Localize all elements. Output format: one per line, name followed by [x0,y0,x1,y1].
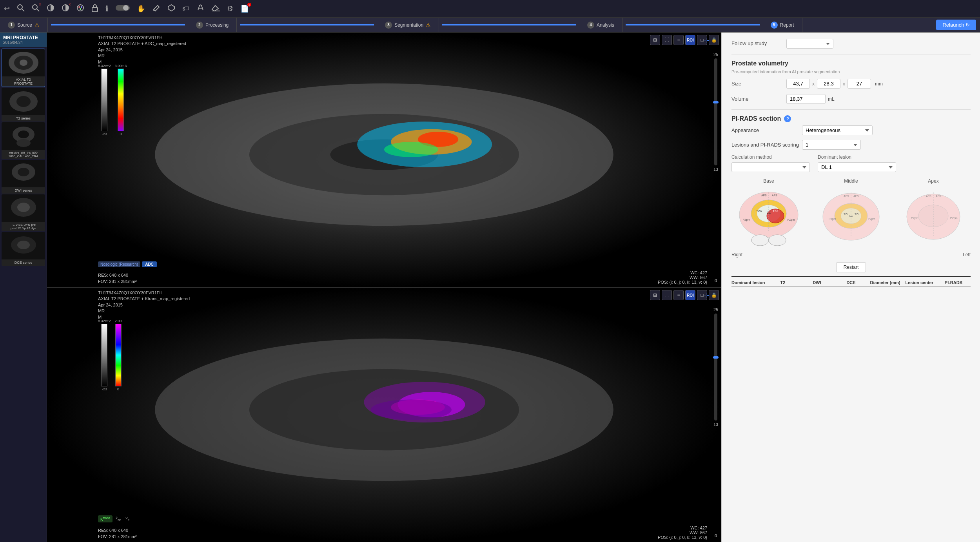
slider-thumb-bottom[interactable] [713,356,719,359]
pirads-section: PI-RADS section ? Appearance Heterogeneo… [731,115,971,287]
step-1[interactable]: 1 Source ⚠ [0,18,48,32]
ve-badge[interactable]: Ve [124,515,131,522]
toggle-icon[interactable] [116,4,130,14]
kap-badge[interactable]: kap [114,515,122,522]
contrast-icon[interactable] [47,4,54,14]
pos-top: POS: {i: 0, j: 0, k: 13, v: 0} [658,280,707,285]
step-4-num: 4 [587,22,594,29]
ktrans-badge[interactable]: Ktrans [98,515,113,522]
settings-icon[interactable]: ⚙ [227,4,233,13]
erase-icon[interactable] [211,4,220,14]
adc-badge[interactable]: ADC [142,261,157,267]
size-input-1[interactable] [786,79,810,89]
wc-bottom: WC: 427 [658,526,707,530]
step-3[interactable]: 3 Segmentation ⚠ [377,18,439,32]
list-icon[interactable]: ≡ [673,35,684,45]
volume-input[interactable] [786,94,826,104]
res-top: RES: 640 x 640 [98,272,137,278]
series-item-t2series[interactable]: T2 series [2,88,45,121]
series-item-dce[interactable]: DCE series [2,232,45,266]
nosologic-badge: Nosologic (Research) [98,261,140,267]
svg-point-31 [17,203,30,212]
svg-point-12 [123,5,129,11]
step-1-progress [51,24,185,25]
step-3-num: 3 [385,22,392,29]
series-item-dwi[interactable]: DWI series [2,160,45,194]
pirads-title: PI-RADS section ? [731,115,971,122]
size-row: Size x x mm [731,79,971,89]
roi-button[interactable]: ROI [685,35,695,45]
search-icon[interactable] [17,4,25,14]
follow-up-select[interactable]: Option 1 [786,39,833,49]
brightness-x-icon[interactable]: × [62,4,69,14]
undo-icon[interactable]: ↩ [4,4,10,13]
expand-icon[interactable]: ⊞ [650,35,660,45]
dominant-lesion-select[interactable]: DL 1 DL 2 [818,162,896,172]
diagram-middle: Middle TZa TZa CZ PZpm PZpm AFS AFS [817,178,886,248]
lock2-icon-b[interactable]: 🔒 [709,290,719,300]
svg-text:AFS: AFS [853,195,859,198]
step-2[interactable]: 2 Processing [188,18,237,32]
edit-icon[interactable] [152,4,160,14]
colorbar-heat-top-label: 3.00e-3 [115,64,127,68]
stepbar: 1 Source ⚠ 2 Processing 3 Segmentation ⚠… [0,18,980,33]
lock2-icon[interactable]: 🔒 [709,35,719,45]
zoom-x-icon[interactable]: × [32,4,40,14]
svg-point-25 [16,139,31,147]
size-input-2[interactable] [817,79,840,89]
slider-thumb-top[interactable] [713,101,719,103]
lock-icon[interactable] [91,4,98,14]
mri-image-bottom: ⊞ ⛶ ≡ ROI □ 🔒 8.32e+2 -23 2.00 [47,288,721,542]
sphere-icon[interactable] [167,4,175,14]
pen-icon[interactable] [196,4,204,14]
svg-point-0 [18,5,22,9]
colorbar-heatmap-top: 3.00e-3 0 [115,64,127,136]
sidebar-series: AXIAL T2PROSTATE T2 series [0,47,47,267]
relaunch-button[interactable]: Relaunch ↻ [936,20,976,30]
svg-text:PZpm: PZpm [829,218,836,221]
palette-icon[interactable] [76,4,84,14]
svg-text:AFS: AFS [844,195,849,198]
lesions-select[interactable]: 1 2 3 [802,140,861,150]
svg-point-59 [751,235,769,246]
list-icon-b[interactable]: ≡ [673,290,684,300]
volume-label: Volume [731,96,786,102]
calc-method-select[interactable] [731,162,810,172]
series-item-diff[interactable]: resolve_diff_tra_b501000_CAL1400_TRA [2,122,45,159]
svg-text:PZpm: PZpm [911,217,918,220]
series-item-t2[interactable]: AXIAL T2PROSTATE [2,49,45,87]
hand-icon[interactable]: ✋ [137,4,145,13]
step-5[interactable]: 5 Report [763,18,802,32]
slider-track-bottom[interactable] [714,314,717,421]
step-4[interactable]: 4 Analysis [579,18,622,32]
ml-label: mL [828,96,835,102]
tag-icon[interactable]: 🏷 [182,5,189,13]
file-badge-icon[interactable]: 📄1 [240,4,249,13]
square-icon[interactable]: □ [697,35,707,45]
slider-bottom[interactable]: 25 13 0 [712,307,720,538]
colorbar-top-label: 8.32e+2 [98,64,111,68]
size-x-2: x [843,81,845,87]
calc-method-col: Calculation method [731,154,810,172]
size-input-3[interactable] [848,79,871,89]
expand-icon-b[interactable]: ⊞ [650,290,660,300]
size-x-1: x [812,81,815,87]
fullscreen-icon[interactable]: ⛶ [662,35,672,45]
fullscreen-icon-b[interactable]: ⛶ [662,290,672,300]
restart-button[interactable]: Restart [836,262,866,272]
pirads-info-icon[interactable]: ? [784,115,791,122]
appearance-select[interactable]: Heterogeneous Homogeneous [802,125,873,135]
step-2-label: Processing [205,22,229,28]
slice-top-min: 0 [715,278,717,283]
diagram-base: Base [735,178,803,248]
roi-button-b[interactable]: ROI [685,290,695,300]
slider-top[interactable]: 25 13 0 [712,52,720,283]
slider-track-top[interactable] [714,58,717,165]
info-icon[interactable]: ℹ [105,4,109,13]
square-icon-b[interactable]: □ [697,290,707,300]
svg-point-7 [78,6,80,8]
results-table-header: Dominant lesion T2 DWI DCE Diameter (mm)… [731,276,971,287]
colorbar-top-label-b: 8.32e+2 [98,319,111,323]
series-thumb-dwi [2,160,45,187]
series-item-t1vibe[interactable]: T1 VIBE DYN prepost 12 flip 42 dyn [2,194,45,231]
